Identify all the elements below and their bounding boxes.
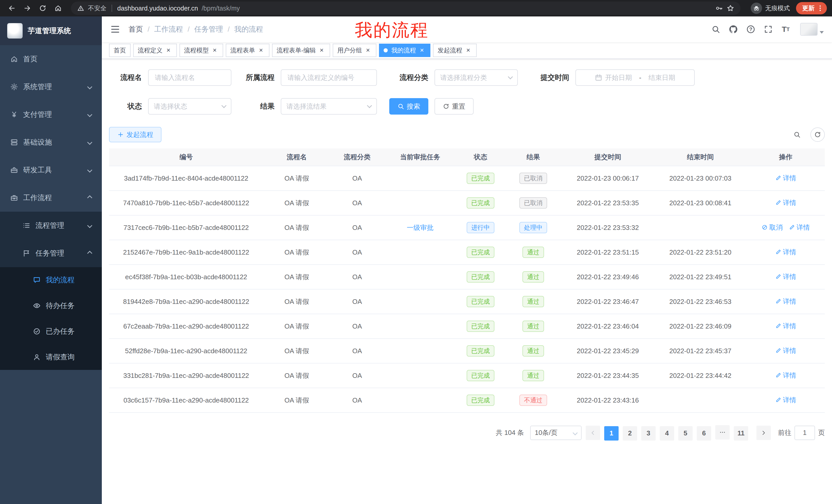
search-icon[interactable] [711,24,721,34]
close-icon[interactable]: × [418,47,426,54]
sidebar-item-infrastructure[interactable]: 基础设施 [0,129,102,156]
close-icon[interactable]: × [318,47,326,54]
cell-result: 已取消 [505,166,562,191]
tab-home[interactable]: 首页 [109,44,131,57]
detail-link[interactable]: 详情 [775,272,796,281]
key-icon[interactable] [715,4,723,12]
reset-button[interactable]: 重置 [435,98,474,115]
detail-link[interactable]: 详情 [775,321,796,331]
cell-actions: 详情 [747,339,825,363]
hide-search-icon[interactable] [790,128,804,142]
status-tag: 已完成 [467,271,494,283]
sidebar-toggle-icon[interactable] [110,24,120,34]
edit-icon [775,397,781,403]
help-icon[interactable]: ? [746,24,756,34]
tab-process-definition[interactable]: 流程定义× [133,44,177,57]
tab-process-form[interactable]: 流程表单× [226,44,269,57]
bookmark-star-icon[interactable] [727,4,734,12]
sidebar-item-my-process[interactable]: 我的流程 [0,267,102,293]
start-process-button[interactable]: 发起流程 [109,127,161,142]
more-pages-button[interactable] [715,425,730,440]
logo[interactable]: 芋道管理系统 [0,17,102,45]
result-tag: 通过 [522,370,544,381]
page-button-1[interactable]: 1 [604,426,619,441]
cancel-link[interactable]: 取消 [761,223,783,232]
sidebar-item-system[interactable]: 系统管理 [0,73,102,101]
name-input[interactable] [148,69,231,86]
category-select[interactable]: 请选择流程分类 [435,69,518,86]
definition-input[interactable] [281,69,377,86]
font-size-icon[interactable]: TT [781,24,791,34]
forward-icon[interactable] [21,2,34,15]
tab-process-model[interactable]: 流程模型× [179,44,223,57]
cell-id: 67c2eaab-7b9a-11ec-a290-acde48001122 [109,314,263,339]
sidebar-item-devtools[interactable]: 研发工具 [0,156,102,184]
address-bar[interactable]: 不安全 dashboard.yudao.iocoder.cn/bpm/task/… [71,2,740,15]
close-icon[interactable]: × [164,47,172,54]
detail-link[interactable]: 详情 [775,371,796,380]
detail-link[interactable]: 详情 [775,297,796,306]
sidebar-item-label: 待办任务 [46,301,75,311]
tab-user-group[interactable]: 用户分组× [333,44,376,57]
sidebar-item-home[interactable]: 首页 [0,45,102,73]
goto-page-input[interactable] [795,426,815,440]
prev-page-button[interactable] [586,426,600,440]
page-button-3[interactable]: 3 [641,426,656,441]
back-icon[interactable] [5,2,19,15]
sidebar-item-todo-task[interactable]: 待办任务 [0,293,102,318]
cell-current-task [384,388,456,413]
start-date-placeholder: 开始日期 [605,73,632,82]
page-size-select[interactable]: 10条/页 [530,426,581,440]
tab-start-process[interactable]: 发起流程× [433,44,477,57]
cell-category: OA [330,363,384,388]
close-icon[interactable]: × [211,47,218,54]
github-icon[interactable] [728,24,738,34]
tab-my-process[interactable]: 我的流程× [379,44,431,57]
sidebar-item-workflow[interactable]: 工作流程 [0,184,102,212]
breadcrumb-item[interactable]: 工作流程 [154,24,183,34]
browser-home-icon[interactable] [51,2,65,15]
user-menu[interactable] [800,23,824,36]
cell-actions: 取消详情 [747,215,825,240]
detail-link[interactable]: 详情 [775,396,796,404]
chevron-up-icon [87,251,92,256]
breadcrumb-item[interactable]: 任务管理 [194,24,223,34]
breadcrumb-item[interactable]: 首页 [129,24,143,34]
detail-link[interactable]: 详情 [775,248,796,257]
plus-icon [117,131,124,138]
submit-time-range-picker[interactable]: 开始日期 - 结束日期 [575,69,695,86]
table-row: 7470a810-7b9b-11ec-b5b7-acde48001122OA 请… [109,191,825,215]
sidebar-item-task-manage[interactable]: 任务管理 [0,240,102,267]
detail-link[interactable]: 详情 [775,174,796,183]
close-icon[interactable]: × [464,47,472,54]
page-button-6[interactable]: 6 [697,426,711,441]
tab-process-form-edit[interactable]: 流程表单-编辑× [272,44,330,57]
page-button-2[interactable]: 2 [623,426,637,441]
close-icon[interactable]: × [257,47,265,54]
sidebar-item-done-task[interactable]: 已办任务 [0,318,102,344]
page-button-4[interactable]: 4 [660,426,674,441]
browser-menu-dots-icon[interactable] [816,5,824,12]
current-task-link[interactable]: 一级审批 [407,223,434,232]
name-label: 流程名 [109,73,142,82]
reload-icon[interactable] [36,2,49,15]
page-button-5[interactable]: 5 [678,426,693,441]
cell-process-name: OA 请假 [263,215,330,240]
update-button[interactable]: 更新 [796,2,827,15]
detail-link[interactable]: 详情 [789,223,810,232]
result-select[interactable]: 请选择流结果 [281,98,377,115]
page-button-11[interactable]: 11 [734,426,748,441]
refresh-table-icon[interactable] [810,128,825,142]
sidebar-item-payment[interactable]: 支付管理 [0,101,102,129]
column-header: 结束时间 [654,148,747,166]
detail-link[interactable]: 详情 [775,198,796,207]
fullscreen-icon[interactable] [763,24,773,34]
sidebar-item-process-manage[interactable]: 流程管理 [0,212,102,240]
detail-link[interactable]: 详情 [775,346,796,355]
chevron-down-icon [222,103,227,108]
close-icon[interactable]: × [364,47,372,54]
status-select[interactable]: 请选择状态 [148,98,231,115]
search-button[interactable]: 搜索 [389,98,428,115]
next-page-button[interactable] [756,426,771,440]
sidebar-item-leave-query[interactable]: 请假查询 [0,344,102,370]
